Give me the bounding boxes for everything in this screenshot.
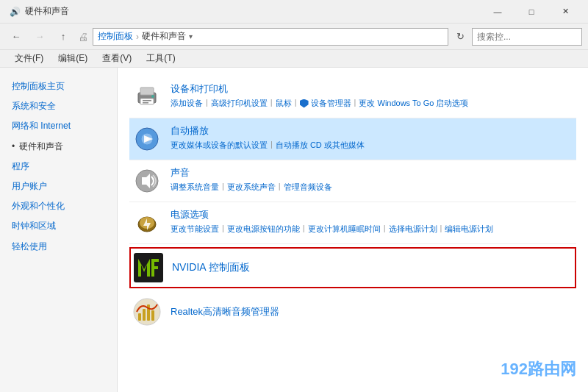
menu-bar: 文件(F) 编辑(E) 查看(V) 工具(T) (0, 50, 588, 68)
link-add-device[interactable]: 添加设备 (171, 98, 203, 109)
refresh-button[interactable]: ↻ (451, 28, 469, 46)
svg-rect-3 (143, 100, 151, 101)
svg-rect-17 (151, 259, 154, 277)
devices-links: 添加设备 | 高级打印机设置 | 鼠标 | 设备管理器 | 更改 Windows… (171, 98, 573, 109)
svg-rect-2 (140, 99, 154, 104)
sidebar-item-system[interactable]: 系统和安全 (0, 96, 117, 116)
nvidia-content: NVIDIA 控制面板 (172, 261, 250, 274)
link-volume[interactable]: 调整系统音量 (171, 182, 219, 193)
power-title[interactable]: 电源选项 (171, 208, 573, 221)
sound-content: 声音 调整系统音量 | 更改系统声音 | 管理音频设备 (171, 166, 573, 193)
link-mouse[interactable]: 鼠标 (276, 98, 292, 109)
autoplay-title[interactable]: 自动播放 (171, 124, 573, 138)
menu-file[interactable]: 文件(F) (9, 51, 49, 66)
breadcrumb-2: 硬件和声音 (142, 30, 186, 43)
svg-point-5 (151, 95, 154, 98)
section-devices: 设备和打印机 添加设备 | 高级打印机设置 | 鼠标 | 设备管理器 | 更改 … (129, 76, 576, 118)
search-input[interactable] (477, 32, 587, 42)
title-bar: 🔊 硬件和声音 — □ ✕ (0, 0, 588, 24)
restore-button[interactable]: □ (514, 0, 548, 24)
section-sound: 声音 调整系统音量 | 更改系统声音 | 管理音频设备 (129, 160, 576, 202)
back-button[interactable]: ← (6, 26, 26, 47)
forward-button[interactable]: → (29, 26, 50, 47)
autoplay-icon (132, 124, 162, 154)
devices-content: 设备和打印机 添加设备 | 高级打印机设置 | 鼠标 | 设备管理器 | 更改 … (171, 82, 573, 109)
svg-rect-19 (154, 266, 158, 269)
address-box[interactable]: 控制面板 › 硬件和声音 ▾ (93, 28, 448, 46)
svg-rect-21 (138, 313, 141, 321)
link-system-sound[interactable]: 更改系统声音 (227, 182, 276, 193)
link-power-button[interactable]: 更改电源按钮的功能 (227, 224, 300, 235)
link-audio-device[interactable]: 管理音频设备 (284, 182, 332, 193)
menu-view[interactable]: 查看(V) (96, 51, 137, 66)
main-layout: 控制面板主页 系统和安全 网络和 Internet 硬件和声音 程序 用户账户 … (0, 68, 588, 392)
sound-title[interactable]: 声音 (171, 166, 573, 179)
content-area: 设备和打印机 添加设备 | 高级打印机设置 | 鼠标 | 设备管理器 | 更改 … (118, 68, 588, 392)
link-printer-settings[interactable]: 高级打印机设置 (211, 98, 268, 109)
nvidia-icon (134, 253, 163, 282)
close-button[interactable]: ✕ (548, 0, 582, 24)
section-autoplay: 自动播放 更改媒体或设备的默认设置 | 自动播放 CD 或其他媒体 (129, 118, 576, 160)
svg-rect-1 (140, 88, 154, 95)
breadcrumb-1: 控制面板 (98, 30, 133, 43)
section-nvidia: NVIDIA 控制面板 (129, 247, 576, 288)
svg-rect-24 (151, 310, 154, 321)
minimize-button[interactable]: — (481, 0, 514, 24)
link-autoplay-cd[interactable]: 自动播放 CD 或其他媒体 (276, 140, 365, 151)
realtek-title[interactable]: Realtek高清晰音频管理器 (171, 306, 279, 317)
sidebar-item-programs[interactable]: 程序 (0, 157, 117, 177)
breadcrumb-sep: › (136, 32, 139, 42)
sidebar-item-appearance[interactable]: 外观和个性化 (0, 196, 117, 216)
window-title: 硬件和声音 (25, 5, 69, 18)
sound-links: 调整系统音量 | 更改系统声音 | 管理音频设备 (171, 182, 573, 193)
devices-title[interactable]: 设备和打印机 (171, 82, 573, 96)
sidebar-item-clock[interactable]: 时钟和区域 (0, 216, 117, 236)
link-windows-to-go[interactable]: 更改 Windows To Go 启动选项 (359, 98, 468, 109)
sidebar-item-network[interactable]: 网络和 Internet (0, 116, 117, 136)
autoplay-links: 更改媒体或设备的默认设置 | 自动播放 CD 或其他媒体 (171, 140, 573, 151)
shield-icon (300, 99, 309, 108)
section-power: 电源选项 更改节能设置 | 更改电源按钮的功能 | 更改计算机睡眠时间 | 选择… (129, 202, 576, 244)
menu-edit[interactable]: 编辑(E) (52, 51, 93, 66)
menu-tools[interactable]: 工具(T) (140, 51, 181, 66)
svg-rect-18 (154, 259, 159, 262)
sidebar: 控制面板主页 系统和安全 网络和 Internet 硬件和声音 程序 用户账户 … (0, 68, 118, 392)
link-device-manager[interactable]: 设备管理器 (311, 98, 351, 109)
nvidia-title[interactable]: NVIDIA 控制面板 (172, 261, 250, 273)
up-button[interactable]: ↑ (53, 26, 74, 47)
address-bar: ← → ↑ 🖨 控制面板 › 硬件和声音 ▾ ↻ 🔍 (0, 24, 588, 50)
power-content: 电源选项 更改节能设置 | 更改电源按钮的功能 | 更改计算机睡眠时间 | 选择… (171, 208, 573, 235)
title-bar-controls: — □ ✕ (481, 0, 582, 24)
link-autoplay-default[interactable]: 更改媒体或设备的默认设置 (171, 140, 268, 151)
link-power-plan[interactable]: 选择电源计划 (389, 224, 437, 235)
realtek-content: Realtek高清晰音频管理器 (171, 305, 279, 318)
sidebar-item-users[interactable]: 用户账户 (0, 177, 117, 196)
realtek-icon (132, 297, 162, 327)
sidebar-item-home[interactable]: 控制面板主页 (0, 76, 117, 96)
link-sleep-time[interactable]: 更改计算机睡眠时间 (308, 224, 381, 235)
svg-rect-22 (143, 309, 146, 321)
link-edit-power-plan[interactable]: 编辑电源计划 (445, 224, 493, 235)
devices-icon (132, 82, 162, 112)
sidebar-item-hardware[interactable]: 硬件和声音 (0, 137, 117, 157)
address-dropdown-icon[interactable]: ▾ (189, 32, 193, 40)
sidebar-item-ease[interactable]: 轻松使用 (0, 237, 117, 257)
power-links: 更改节能设置 | 更改电源按钮的功能 | 更改计算机睡眠时间 | 选择电源计划 … (171, 224, 573, 235)
autoplay-content: 自动播放 更改媒体或设备的默认设置 | 自动播放 CD 或其他媒体 (171, 124, 573, 151)
section-realtek: Realtek高清晰音频管理器 (129, 291, 576, 332)
svg-rect-4 (143, 102, 148, 104)
power-icon (132, 208, 162, 238)
search-box[interactable]: 🔍 (472, 28, 582, 46)
link-device-manager-wrapper: 设备管理器 (300, 98, 351, 109)
printer-icon: 🖨 (78, 31, 88, 43)
sound-icon (132, 166, 162, 196)
link-power-settings[interactable]: 更改节能设置 (171, 224, 219, 235)
window-icon: 🔊 (9, 6, 21, 18)
title-bar-left: 🔊 硬件和声音 (9, 5, 69, 18)
